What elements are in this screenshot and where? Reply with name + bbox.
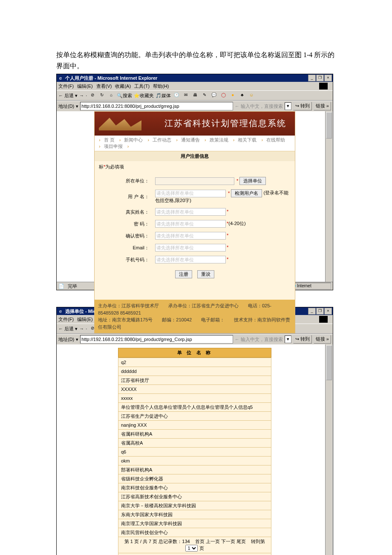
org-list-item[interactable]: XXXXX (118, 385, 271, 394)
menu-edit[interactable]: 编辑(E) (77, 83, 93, 90)
nav-download[interactable]: 相关下载 (238, 137, 257, 142)
url-input-2[interactable] (80, 335, 233, 344)
address-bar-2: 地址(D)▾ ← 输入中文，直接搜索 ▾ ↪ 转到 链接 » (57, 334, 333, 344)
minimize-button[interactable]: _ (308, 75, 316, 81)
nav-apply[interactable]: 项目申报 (104, 144, 123, 149)
org-list-item[interactable]: 南京理工大学国家大学科技园 (118, 519, 271, 528)
password-label: 密 码： (95, 218, 152, 229)
restore-button[interactable]: ❐ (316, 75, 324, 81)
refresh-button[interactable]: ↻ (98, 92, 106, 99)
register-button[interactable]: 注册 (175, 270, 192, 278)
go-button[interactable]: ↪ 转到 (293, 102, 312, 110)
org-list-item[interactable]: 单位管理员个人信息单位管理员个人信息单位管理员个人信息q5 (118, 403, 271, 412)
nav-notice[interactable]: 通知通告 (181, 137, 200, 142)
org-list-item[interactable]: 东南大学国家大学科技园 (118, 510, 271, 519)
tb-icon-red[interactable]: ◯ (219, 92, 227, 99)
org-list-item[interactable]: 南京大学－鼓楼高校国家大学科技园 (118, 501, 271, 510)
required-icon: * (227, 257, 228, 262)
email-input[interactable] (155, 244, 226, 251)
required-icon: * (227, 245, 228, 250)
org-list-item[interactable]: q2 (118, 358, 271, 367)
address-bar-1: 地址(D)▾ ← 输入中文，直接搜索 ▾ ↪ 转到 链接 » (57, 101, 333, 111)
select-org-button[interactable]: 选择单位 (239, 177, 266, 185)
org-list-item[interactable]: 江苏省科技厅 (118, 376, 271, 385)
pager-jump-select[interactable]: 1 (185, 545, 198, 552)
intro-text: 按单位名称模糊查询的功能。单击列表中的单位名称，即可把该单位名称返回至图 1-4… (56, 49, 341, 71)
menu-tools[interactable]: 工具(T) (134, 83, 150, 90)
required-icon: * (227, 233, 228, 238)
search-dropdown[interactable]: ▾ (285, 102, 291, 110)
address-label: 地址(D) (58, 336, 74, 343)
mail-button[interactable]: ✉ (182, 92, 190, 99)
address-label: 地址(D) (58, 103, 74, 110)
discuss-button[interactable]: 💬 (210, 92, 218, 99)
edit-button[interactable]: ✎ (201, 92, 208, 99)
pager: 第 1 页 / 共 7 页 总记录数：134 首页 上一页 下一页 尾页 转到第… (118, 537, 271, 553)
print-button[interactable]: 🖶 (191, 92, 199, 99)
ie-flag-icon (319, 83, 328, 90)
nav-home[interactable]: 首 页 (104, 137, 115, 142)
org-list-item[interactable]: 南京民营科技创业中心 (118, 528, 271, 537)
url-input-1[interactable] (80, 102, 233, 110)
tb-icon-a[interactable]: ♣ (238, 92, 246, 99)
menu-file[interactable]: 文件(F) (58, 83, 74, 90)
password2-input[interactable] (155, 232, 226, 240)
org-list-item[interactable]: 省级科技企业孵化器 (118, 474, 271, 483)
menu-view[interactable]: 查看(V) (96, 83, 112, 90)
org-input[interactable] (155, 177, 234, 185)
title-text-1: 个人用户注册 - Microsoft Internet Explorer (65, 75, 308, 81)
org-list-item[interactable]: okm (118, 457, 271, 465)
pager-links[interactable]: 首页 上一页 下一页 尾页 (195, 539, 246, 544)
go-button[interactable]: ↪ 转到 (293, 335, 312, 344)
history-button[interactable]: 🕑 (173, 92, 180, 99)
menu-help[interactable]: 帮助(H) (153, 83, 169, 90)
nav-work[interactable]: 工作动态 (153, 137, 171, 142)
favorites-button[interactable]: ⭐收藏夹 (134, 92, 154, 99)
search-button[interactable]: 🔍搜索 (117, 92, 132, 99)
media-button[interactable]: 🎵媒体 (156, 92, 171, 99)
pager-jump-label: 转到第 (251, 539, 265, 544)
pager-info: 第 1 页 / 共 7 页 总记录数：134 (124, 539, 190, 544)
tb-icon-face[interactable]: ☺ (248, 92, 255, 99)
check-user-button[interactable]: 检测用户名 (231, 189, 262, 197)
scrollbar-2[interactable] (325, 344, 332, 555)
search-dropdown[interactable]: ▾ (285, 335, 291, 343)
menu-favorites[interactable]: 收藏(A) (115, 83, 131, 90)
forward-button[interactable]: → (79, 93, 84, 98)
scrollbar-1[interactable] (325, 111, 332, 282)
register-form: 所在单位： * 选择单位 用 户 名： * 检测用 (95, 173, 295, 300)
org-list-table: q2dddddd江苏省科技厅XXXXXxxxxx单位管理员个人信息单位管理员个人… (118, 358, 271, 537)
password-input[interactable] (155, 220, 226, 228)
stop-button[interactable]: ⊘ (89, 92, 96, 99)
required-icon: * (236, 178, 238, 183)
org-list-item[interactable]: 部署科研机构A (118, 465, 271, 474)
links-button[interactable]: 链接 » (314, 335, 331, 344)
back-button[interactable]: ← 后退 ▾ (58, 92, 78, 99)
ie-window-2: e 选择单位 - Microsoft Internet Explorer _ ❐… (56, 307, 333, 555)
username-input[interactable] (155, 190, 226, 197)
org-list-item[interactable]: 南京科技创业服务中心 (118, 483, 271, 492)
ie-icon: e (58, 75, 63, 81)
reset-button[interactable]: 重设 (197, 270, 214, 278)
phone-label: 手机号码： (95, 254, 152, 265)
org-list-item[interactable]: 省属科研机构A (118, 430, 271, 439)
org-list-item[interactable]: 省属高校A (118, 439, 271, 448)
close-button[interactable]: × (324, 75, 332, 81)
home-button[interactable]: ⌂ (107, 92, 115, 99)
phone-input[interactable] (155, 256, 226, 263)
org-list-item[interactable]: 江苏省生产力促进中心 (118, 412, 271, 421)
password2-label: 确认密码： (95, 230, 152, 241)
list-header: 单 位 名 称 (118, 348, 271, 358)
nav-policy[interactable]: 政策法规 (210, 137, 228, 142)
org-list-item[interactable]: nanjing XXX (118, 421, 271, 430)
nav-news[interactable]: 新闻中心 (124, 137, 143, 142)
org-list-item[interactable]: q6 (118, 448, 271, 457)
org-list-item[interactable]: xxxxx (118, 394, 271, 403)
links-button[interactable]: 链接 » (314, 102, 331, 110)
realname-input[interactable] (155, 208, 226, 216)
org-list-item[interactable]: dddddd (118, 367, 271, 376)
banner-title: 江苏省科技计划管理信息系统 (164, 118, 286, 129)
nav-help[interactable]: 在线帮助 (266, 137, 285, 142)
tb-icon-orange[interactable]: ● (229, 92, 236, 99)
org-list-item[interactable]: 江苏省高新技术创业服务中心 (118, 492, 271, 501)
